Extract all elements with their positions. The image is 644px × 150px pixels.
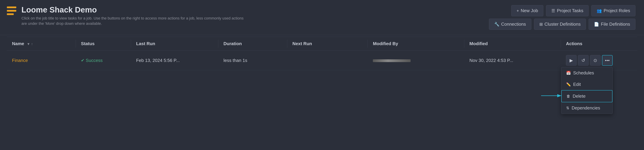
header-title-block: Loome Shack Demo Click on the job title … — [22, 5, 244, 26]
link-button[interactable]: ⊙ — [590, 55, 600, 66]
more-button[interactable]: ••• — [602, 55, 612, 66]
connections-button[interactable]: 🔧 Connections — [489, 19, 531, 30]
rerun-button[interactable]: ↺ — [578, 55, 588, 66]
col-header-duration: Duration — [218, 37, 287, 51]
action-buttons: ▶ ↺ ⊙ ••• — [566, 55, 632, 66]
header-btn-row2: 🔧 Connections ⊞ Cluster Definitions 📄 Fi… — [489, 19, 636, 30]
col-header-lastrun: Last Run — [131, 37, 218, 51]
job-actions-cell: ▶ ↺ ⊙ ••• — [561, 51, 637, 70]
job-nextrun-cell — [287, 51, 368, 70]
schedules-icon: 📅 — [566, 71, 571, 75]
dropdown-item-schedules[interactable]: 📅 Schedules — [561, 67, 612, 79]
sort-icons[interactable]: ▼ ↑ — [27, 42, 33, 46]
status-success: ✔ Success — [81, 58, 126, 63]
header-divider — [0, 35, 644, 35]
job-duration-cell: less than 1s — [218, 51, 287, 70]
jobs-table-container: Name ▼ ↑ Status Last Run Duration Next R… — [0, 37, 644, 70]
app-title: Loome Shack Demo — [22, 5, 244, 14]
job-name-cell: Finance — [7, 51, 76, 70]
col-header-modifiedby: Modified By — [368, 37, 464, 51]
file-icon: 📄 — [594, 22, 599, 27]
run-button[interactable]: ▶ — [566, 55, 576, 66]
cluster-definitions-button[interactable]: ⊞ Cluster Definitions — [534, 19, 586, 30]
arrow-svg — [541, 93, 564, 98]
delete-arrow — [541, 93, 564, 99]
more-dropdown-wrapper: ••• 📅 Schedules ✏️ Edit — [602, 55, 612, 66]
delete-icon: 🗑 — [566, 94, 570, 98]
new-job-button[interactable]: + New Job — [511, 5, 543, 16]
link-icon: ⊙ — [594, 58, 597, 63]
col-header-actions: Actions — [561, 37, 637, 51]
table-header-row: Name ▼ ↑ Status Last Run Duration Next R… — [7, 37, 637, 51]
job-modifiedby-cell — [368, 51, 464, 70]
cluster-icon: ⊞ — [540, 22, 543, 27]
job-modified-cell: Nov 30, 2022 4:53 P... — [464, 51, 561, 70]
file-definitions-button[interactable]: 📄 File Definitions — [588, 19, 636, 30]
dropdown-item-edit[interactable]: ✏️ Edit — [561, 79, 612, 90]
project-tasks-button[interactable]: ☰ Project Tasks — [546, 5, 588, 16]
dropdown-item-delete[interactable]: 🗑 Delete — [561, 90, 612, 102]
col-header-name: Name ▼ ↑ — [7, 37, 76, 51]
check-icon: ✔ — [81, 58, 84, 63]
project-roles-button[interactable]: 👥 Project Roles — [591, 5, 636, 16]
app-subtitle: Click on the job title to view tasks for… — [22, 16, 244, 26]
jobs-table: Name ▼ ↑ Status Last Run Duration Next R… — [7, 37, 637, 70]
job-name-link[interactable]: Finance — [12, 58, 28, 63]
dropdown-item-dependencies[interactable]: ⇅ Dependencies — [561, 102, 612, 114]
table-row: Finance ✔ Success Feb 13, 2024 5:56 P...… — [7, 51, 637, 70]
job-status-cell: ✔ Success — [76, 51, 131, 70]
dependencies-icon: ⇅ — [566, 106, 569, 110]
hamburger-menu-icon[interactable] — [7, 6, 16, 15]
col-header-modified: Modified — [464, 37, 561, 51]
more-dropdown-menu: 📅 Schedules ✏️ Edit — [561, 67, 612, 114]
col-header-status: Status — [76, 37, 131, 51]
job-lastrun-cell: Feb 13, 2024 5:56 P... — [131, 51, 218, 70]
rerun-icon: ↺ — [582, 58, 585, 63]
header-left: Loome Shack Demo Click on the job title … — [7, 5, 244, 26]
edit-icon: ✏️ — [566, 82, 571, 87]
roles-icon: 👥 — [597, 8, 602, 13]
modified-by-text — [373, 58, 410, 63]
plus-icon: + — [516, 8, 519, 13]
obfuscated-email — [373, 59, 410, 62]
more-icon: ••• — [605, 58, 610, 63]
header: Loome Shack Demo Click on the job title … — [0, 0, 644, 33]
run-icon: ▶ — [570, 58, 573, 63]
tasks-icon: ☰ — [552, 8, 555, 13]
col-header-nextrun: Next Run — [287, 37, 368, 51]
header-buttons: + New Job ☰ Project Tasks 👥 Project Role… — [489, 5, 636, 30]
connections-icon: 🔧 — [494, 22, 500, 27]
header-btn-row1: + New Job ☰ Project Tasks 👥 Project Role… — [511, 5, 636, 16]
